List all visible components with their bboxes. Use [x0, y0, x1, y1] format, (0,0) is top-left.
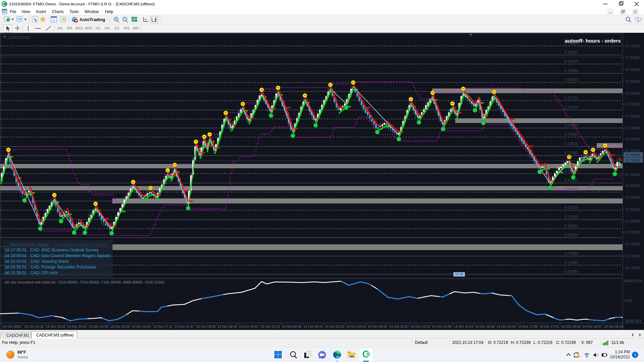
- svg-text:14 Oct 16:41: 14 Oct 16:41: [496, 325, 516, 328]
- svg-text:13 Oct 15:41: 13 Oct 15:41: [67, 325, 87, 328]
- svg-text:14 Oct 04:14: 14 Oct 04:14: [346, 325, 366, 328]
- svg-text:0.72700: 0.72700: [565, 105, 578, 109]
- svg-text:0.72100: 0.72100: [565, 215, 578, 219]
- svg-text:Next 5 Forex News: Next 5 Forex News: [10, 242, 49, 247]
- svg-text:8453.6274: 8453.6274: [625, 279, 642, 283]
- svg-text:0.71800: 0.71800: [565, 269, 578, 274]
- svg-text:14 Oct 18:03: 14 Oct 18:03: [561, 325, 581, 328]
- svg-text:0.71900: 0.71900: [565, 251, 578, 255]
- svg-text:0.72420: 0.72420: [626, 158, 640, 162]
- svg-text:0.71900: 0.71900: [626, 254, 640, 258]
- svg-text:13 Oct 21:01: 13 Oct 21:01: [260, 325, 280, 328]
- svg-text:0.72950: 0.72950: [565, 59, 578, 63]
- svg-text:0.71850: 0.71850: [565, 260, 578, 264]
- svg-text:0.72500: 0.72500: [565, 142, 578, 146]
- svg-text:AutoTrading: AutoTrading: [79, 17, 105, 22]
- svg-text:CADCHF,M3: CADCHF,M3: [8, 36, 30, 40]
- svg-text:0.72750: 0.72750: [565, 96, 578, 100]
- svg-text:0.72550: 0.72550: [565, 132, 578, 136]
- svg-text:14 Oct 15:58: 14 Oct 15:58: [475, 325, 495, 328]
- svg-text:0.73050: 0.73050: [626, 44, 640, 48]
- svg-text:14 Oct 00:42: 14 Oct 00:42: [303, 325, 323, 328]
- svg-text:3d 15:20:01 CAD: Housing Sta: 3d 15:20:01 CAD: Housing Starts: [5, 259, 69, 264]
- svg-text:13 Oct 19:41: 13 Oct 19:41: [239, 325, 259, 328]
- svg-text:2d 23:05:01 CAD: Gov Council: 2d 23:05:01 CAD: Gov Council Member Roge…: [5, 253, 111, 258]
- svg-text:Copyrights DaVinci FX Group: Copyrights DaVinci FX Group: [54, 242, 107, 247]
- svg-text:0.72600: 0.72600: [565, 123, 578, 127]
- svg-text:0.72285: 0.72285: [626, 184, 640, 188]
- svg-text:0.72665: 0.72665: [626, 114, 640, 118]
- svg-text:14 Oct 17:41: 14 Oct 17:41: [539, 325, 559, 328]
- svg-text:13 Oct 15:55: 13 Oct 15:55: [89, 325, 108, 328]
- svg-text:0.71965: 0.71965: [626, 242, 640, 246]
- svg-text:0.72450: 0.72450: [565, 151, 578, 155]
- svg-text:dsl obv smoothed with EMA (4): dsl obv smoothed with EMA (4) -7316.0508…: [5, 280, 164, 284]
- svg-text:13 Oct 15:32: 13 Oct 15:32: [46, 325, 65, 328]
- svg-text:0.72730: 0.72730: [626, 102, 640, 106]
- svg-text:13 Oct 17:47: 13 Oct 17:47: [174, 325, 194, 328]
- svg-text:13 Oct 18:20: 13 Oct 18:20: [196, 325, 216, 328]
- svg-text:0.72850: 0.72850: [565, 78, 578, 82]
- svg-text:0.72030: 0.72030: [626, 230, 640, 234]
- svg-text:13 Oct 18:42: 13 Oct 18:42: [217, 325, 237, 328]
- svg-text:0.72155: 0.72155: [626, 207, 640, 212]
- svg-text:14 Oct 10:57: 14 Oct 10:57: [389, 325, 409, 328]
- svg-text:0.72449: 0.72449: [626, 153, 640, 157]
- svg-text:15:30: 15:30: [455, 273, 463, 276]
- svg-text:0.72345: 0.72345: [626, 173, 640, 177]
- svg-text:0.00: 0.00: [625, 299, 632, 303]
- svg-text:14 Oct 13:50: 14 Oct 13:50: [432, 325, 452, 328]
- svg-text:0.72790: 0.72790: [626, 92, 640, 96]
- svg-text:14 Oct 20:15: 14 Oct 20:15: [604, 325, 624, 328]
- svg-text:0.72220: 0.72220: [626, 195, 640, 199]
- svg-text:0.72050: 0.72050: [565, 224, 578, 228]
- svg-text:14 Oct 00:05: 14 Oct 00:05: [282, 325, 302, 328]
- svg-text:0.72150: 0.72150: [565, 205, 578, 209]
- svg-text:2d 17:35:01 CAD: BOC Busines: 2d 17:35:01 CAD: BOC Business Outlook Su…: [5, 248, 99, 252]
- svg-text:0.72600: 0.72600: [626, 126, 640, 130]
- svg-text:14 Oct 09:02: 14 Oct 09:02: [368, 325, 387, 328]
- svg-text:0.73000: 0.73000: [565, 50, 578, 54]
- svg-text:0.72000: 0.72000: [565, 233, 578, 237]
- svg-text:14 Oct 12:20: 14 Oct 12:20: [411, 325, 430, 328]
- svg-text:14 Oct 17:06: 14 Oct 17:06: [518, 325, 538, 328]
- svg-text:14 Oct 15:24: 14 Oct 15:24: [453, 325, 473, 328]
- svg-text:13 Oct 2022: 13 Oct 2022: [3, 325, 21, 328]
- svg-text:13 Oct 17:11: 13 Oct 17:11: [153, 325, 172, 328]
- svg-text:-9045.054: -9045.054: [625, 319, 641, 323]
- svg-text:14 Oct 18:57: 14 Oct 18:57: [582, 325, 602, 328]
- svg-text:13 Oct 16:51: 13 Oct 16:51: [131, 325, 151, 328]
- svg-text:13 Oct 16:20: 13 Oct 16:20: [110, 325, 130, 328]
- svg-text:4d 15:35:01 CAD: CPI m/m: 4d 15:35:01 CAD: CPI m/m: [5, 270, 58, 275]
- svg-text:0.72090: 0.72090: [626, 219, 640, 223]
- svg-text:13 Oct 15:31: 13 Oct 15:31: [24, 325, 44, 328]
- svg-text:0.72300: 0.72300: [565, 178, 578, 182]
- svg-text:0.72900: 0.72900: [565, 69, 578, 73]
- svg-text:0.72540: 0.72540: [626, 137, 640, 141]
- svg-text:0.71835: 0.71835: [626, 266, 640, 270]
- svg-text:14 Oct 01:00: 14 Oct 01:00: [325, 325, 344, 328]
- svg-text:autooff- hours - orders: autooff- hours - orders: [565, 38, 621, 44]
- svg-text:3d 15:35:01 CAD: Foreign Sec: 3d 15:35:01 CAD: Foreign Securities Purc…: [5, 265, 96, 269]
- svg-text:0.72855: 0.72855: [626, 79, 640, 83]
- svg-text:0.72985: 0.72985: [626, 56, 640, 60]
- svg-text:0.72920: 0.72920: [626, 68, 640, 72]
